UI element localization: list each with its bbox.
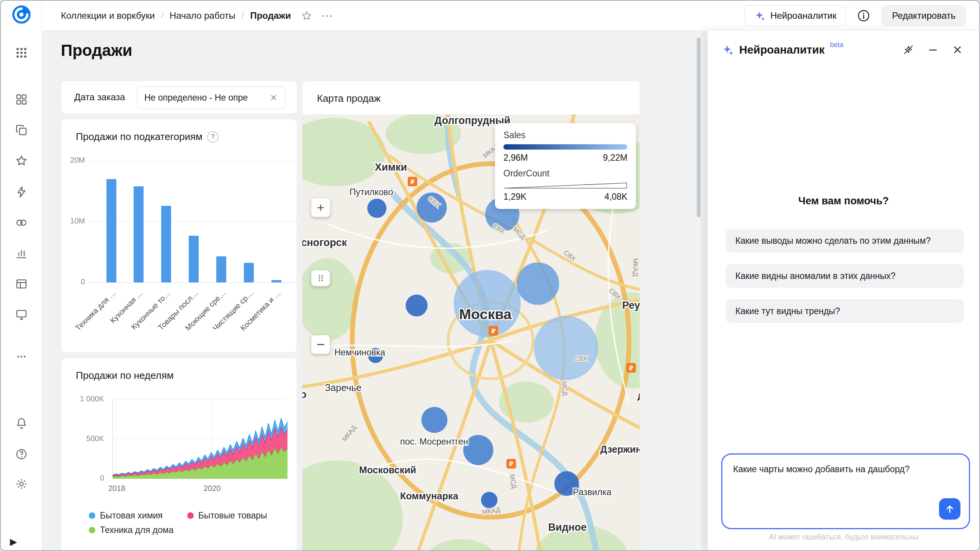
sales-map[interactable]: ₽₽₽₽ МКАДМКАДМКАДМКАДСВХСВХСВХСВХСВХМСДМ… [302,114,640,550]
map-bubble-0[interactable] [367,199,386,218]
map-bubble-5[interactable] [517,262,559,305]
assistant-beta-badge: beta [830,41,843,49]
close-icon[interactable] [952,44,963,55]
y-axis-tick: 500K [61,434,104,443]
sidebar-item-collections[interactable] [1,88,42,111]
city-label: пос. Мосрентген [400,437,468,447]
drag-dots-icon [315,273,326,284]
map-bubble-7[interactable] [534,316,598,380]
page-title: Продажи [61,41,132,60]
sidebar-item-more[interactable] [1,345,42,368]
breadcrumb-item-1[interactable]: Начало работы [170,10,235,21]
suggestion-chip-0[interactable]: Какие выводы можно сделать по этим данны… [725,229,964,253]
suggestion-chip-2[interactable]: Какие тут видны тренды? [725,299,964,323]
sidebar-item-apps[interactable] [1,41,42,64]
breadcrumb: Коллекции и воркбуки/Начало работы/Прода… [61,10,333,21]
bar-4[interactable] [216,256,226,282]
legend-item-2[interactable]: Техника для дома [89,525,173,535]
edit-button-label: Редактировать [892,10,956,21]
bar-2[interactable] [161,206,171,282]
sparkle-icon [754,10,766,21]
map-bubble-8[interactable] [421,407,448,433]
date-filter-input[interactable] [137,86,286,109]
y-axis-tick: 0 [61,474,104,483]
sidebar-item-help[interactable] [1,443,42,466]
legend-item-0[interactable]: Бытовая химия [89,510,163,521]
dashboard-main: Продажи Дата заказа × Продажи по подкате… [42,31,707,550]
gridline [88,161,297,161]
legend-orders-label: OrderCount [503,168,627,179]
city-label: Развилка [573,487,611,497]
filter-clear-icon[interactable]: × [270,91,277,104]
y-axis-tick: 1 000K [61,395,104,403]
breadcrumb-item-0[interactable]: Коллекции и воркбуки [61,10,155,21]
assistant-disclaimer: AI может ошибаться, будьте внимательны [708,533,979,541]
sidebar-item-notifications[interactable] [1,412,42,435]
main-scrollbar [697,31,701,550]
monitor-icon [15,308,28,321]
favorite-star-icon[interactable] [301,10,312,21]
chart-help-icon[interactable]: ? [207,131,219,143]
sidebar-item-connections[interactable] [1,181,42,204]
sidebar-item-dashboards[interactable] [1,303,42,326]
sidebar-item-datasets[interactable] [1,211,42,234]
legend-orders-min: 1,29K [503,192,526,202]
bar-3[interactable] [189,236,199,282]
workbooks-icon [15,124,28,137]
map-zoom-in-button[interactable]: + [311,198,330,217]
sidebar-item-workbooks[interactable] [1,119,42,142]
suggestion-chip-1[interactable]: Какие видны аномалии в этих данных? [725,264,964,288]
sales-map-title: Карта продаж [317,93,381,104]
disable-assistant-icon[interactable] [903,44,914,55]
toll-marker: ₽ [506,459,516,468]
info-button[interactable] [856,8,871,23]
sidebar-item-charts[interactable] [1,242,42,265]
collections-icon [15,93,28,106]
map-zoom-out-button[interactable]: − [311,335,330,354]
map-bubble-4[interactable] [454,270,521,337]
sidebar-item-settings[interactable] [1,473,42,496]
x-axis-tick: 2018 [100,484,134,493]
map-bubble-3[interactable] [406,295,428,316]
map-bubble-11[interactable] [481,492,498,508]
city-label: ово [302,389,307,400]
sparkle-icon [722,44,734,56]
app-window: ▶ Коллекции и воркбуки/Начало работы/Про… [0,0,980,551]
bar-6[interactable] [271,280,281,282]
city-label: Дзержинс [600,444,640,455]
breadcrumb-more-icon[interactable]: ⋯ [321,12,333,20]
legend-item-1[interactable]: Бытовые товары [187,510,267,521]
legend-sales-min: 2,96М [503,153,528,163]
city-label: Люб [637,391,640,403]
svg-text:₽: ₽ [629,365,633,372]
bar-5[interactable] [244,263,254,282]
minimize-icon[interactable] [927,44,939,55]
neuro-analyst-button[interactable]: Нейроаналитик [745,5,846,26]
breadcrumb-actions: ⋯ [301,10,333,21]
legend-orders-max: 4,08K [604,192,627,202]
legend-dot [89,527,95,533]
map-drag-handle[interactable] [311,270,330,286]
sidebar-collapse-button[interactable]: ▶ [10,536,17,547]
sidebar-item-favorites[interactable] [1,149,42,172]
bar-1[interactable] [134,186,144,282]
city-label: Немчиновка [335,347,385,357]
bar-0[interactable] [106,179,116,282]
legend-label: Бытовые товары [198,510,267,521]
legend-sales-label: Sales [503,130,627,140]
datalens-logo[interactable] [11,5,31,24]
assistant-input[interactable]: Какие чарты можно добавить на дашборд? [721,453,970,529]
sidebar-item-tables[interactable] [1,272,42,295]
edit-button[interactable]: Редактировать [881,5,966,26]
assistant-input-text[interactable]: Какие чарты можно добавить на дашборд? [733,463,958,475]
city-label: Реуто [622,300,640,311]
legend-sales-max: 9,22М [603,153,627,163]
toll-marker: ₽ [488,326,498,336]
neuro-analyst-panel: Нейроаналитик beta Чем вам помочь? Какие… [707,31,979,550]
weekly-legend-row-1: Бытовая химияБытовые товары [89,510,267,521]
subcategories-chart-card: Продажи по подкатегориям ? 010M20MТехник… [61,119,297,353]
breadcrumb-item-2[interactable]: Продажи [250,10,291,21]
bar-chart-icon [15,247,28,260]
scrollbar-thumb[interactable] [697,37,701,217]
send-button[interactable] [939,498,960,520]
